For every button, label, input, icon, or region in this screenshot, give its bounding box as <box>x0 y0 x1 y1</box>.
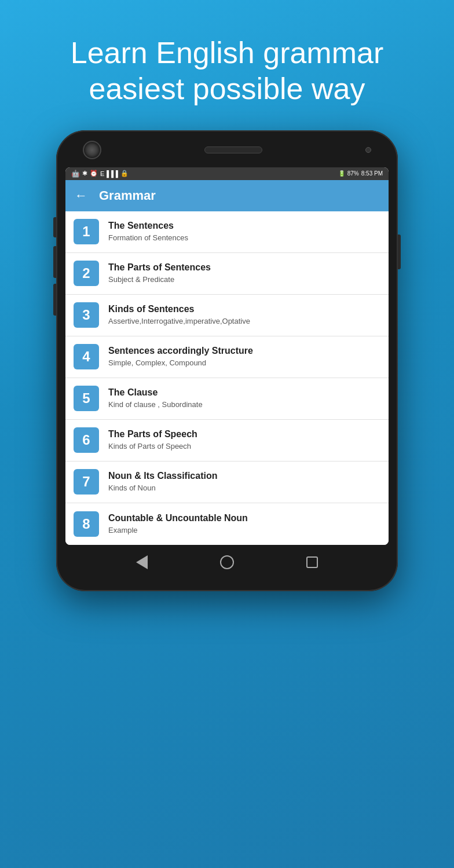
item-number-badge: 4 <box>74 344 99 369</box>
item-number-badge: 7 <box>74 469 99 495</box>
item-text: Noun & Its Classification Kinds of Noun <box>108 470 380 493</box>
lock-icon: 🔒 <box>120 170 129 177</box>
time-display: 8:53 PM <box>361 170 383 177</box>
app-header: ← Grammar <box>65 180 389 211</box>
phone-sensor <box>365 147 371 153</box>
list-item[interactable]: 4 Sentences accordingly Structure Simple… <box>65 336 389 378</box>
status-left: 🤖 ✱ ⏰ E▐▐▐ 🔒 <box>71 170 129 178</box>
item-subtitle: Assertive,Interrogative,imperative,Optat… <box>108 317 380 327</box>
power-button[interactable] <box>398 235 401 269</box>
item-title: The Clause <box>108 387 380 399</box>
item-text: The Clause Kind of clause , Subordinate <box>108 387 380 410</box>
item-subtitle: Example <box>108 526 380 536</box>
list-item[interactable]: 6 The Parts of Speech Kinds of Parts of … <box>65 420 389 462</box>
item-number-badge: 2 <box>74 261 99 286</box>
hero-section: Learn English grammar easiest possible w… <box>0 0 454 124</box>
item-subtitle: Kinds of Noun <box>108 484 380 493</box>
alarm-icon: ⏰ <box>90 170 98 177</box>
item-subtitle: Kinds of Parts of Speech <box>108 442 380 452</box>
item-title: Countable & Uncountable Noun <box>108 512 380 525</box>
phone-top-bar <box>65 141 389 167</box>
list-item[interactable]: 8 Countable & Uncountable Noun Example <box>65 503 389 545</box>
volume-down-button[interactable] <box>53 246 56 278</box>
back-nav-button[interactable] <box>136 555 148 569</box>
item-subtitle: Subject & Predicate <box>108 275 380 285</box>
item-subtitle: Simple, Complex, Compound <box>108 358 380 368</box>
item-number-badge: 8 <box>74 511 99 537</box>
item-number-badge: 5 <box>74 386 99 411</box>
item-title: Sentences accordingly Structure <box>108 345 380 357</box>
item-subtitle: Kind of clause , Subordinate <box>108 400 380 410</box>
status-bar: 🤖 ✱ ⏰ E▐▐▐ 🔒 🔋 87% 8:53 PM <box>65 167 389 180</box>
phone-speaker <box>204 147 262 153</box>
phone-bottom-nav <box>65 545 389 574</box>
item-title: Noun & Its Classification <box>108 470 380 482</box>
list-item[interactable]: 1 The Sentences Formation of Sentences <box>65 211 389 253</box>
back-button[interactable]: ← <box>75 188 87 203</box>
silent-button[interactable] <box>53 284 56 316</box>
grammar-list: 1 The Sentences Formation of Sentences 2… <box>65 211 389 545</box>
list-item[interactable]: 2 The Parts of Sentences Subject & Predi… <box>65 253 389 295</box>
recents-nav-button[interactable] <box>306 556 318 568</box>
volume-up-button[interactable] <box>53 217 56 237</box>
list-item[interactable]: 7 Noun & Its Classification Kinds of Nou… <box>65 462 389 503</box>
item-text: The Parts of Sentences Subject & Predica… <box>108 262 380 285</box>
hero-headline: Learn English grammar easiest possible w… <box>35 35 419 107</box>
phone-screen: 🤖 ✱ ⏰ E▐▐▐ 🔒 🔋 87% 8:53 PM ← Grammar <box>65 167 389 545</box>
phone-wrapper: 🤖 ✱ ⏰ E▐▐▐ 🔒 🔋 87% 8:53 PM ← Grammar <box>0 130 454 591</box>
item-title: The Parts of Speech <box>108 428 380 441</box>
home-nav-button[interactable] <box>220 555 234 569</box>
item-text: Sentences accordingly Structure Simple, … <box>108 345 380 368</box>
item-number-badge: 1 <box>74 219 99 244</box>
status-right: 🔋 87% 8:53 PM <box>338 170 383 177</box>
item-title: Kinds of Sentences <box>108 303 380 316</box>
signal-strength: E▐▐▐ <box>100 170 118 177</box>
phone-shell: 🤖 ✱ ⏰ E▐▐▐ 🔒 🔋 87% 8:53 PM ← Grammar <box>56 130 398 591</box>
item-text: The Sentences Formation of Sentences <box>108 220 380 243</box>
item-text: The Parts of Speech Kinds of Parts of Sp… <box>108 428 380 452</box>
item-subtitle: Formation of Sentences <box>108 233 380 243</box>
battery-percent: 87% <box>347 170 359 177</box>
android-icon: 🤖 <box>71 170 80 178</box>
item-title: The Parts of Sentences <box>108 262 380 274</box>
item-text: Countable & Uncountable Noun Example <box>108 512 380 536</box>
battery-icon: 🔋 <box>338 170 345 177</box>
front-camera <box>83 141 101 159</box>
item-text: Kinds of Sentences Assertive,Interrogati… <box>108 303 380 327</box>
item-title: The Sentences <box>108 220 380 232</box>
bluetooth-icon: ✱ <box>82 170 87 177</box>
list-item[interactable]: 3 Kinds of Sentences Assertive,Interroga… <box>65 295 389 336</box>
item-number-badge: 3 <box>74 302 99 328</box>
list-item[interactable]: 5 The Clause Kind of clause , Subordinat… <box>65 378 389 420</box>
item-number-badge: 6 <box>74 427 99 453</box>
app-title: Grammar <box>99 188 156 203</box>
